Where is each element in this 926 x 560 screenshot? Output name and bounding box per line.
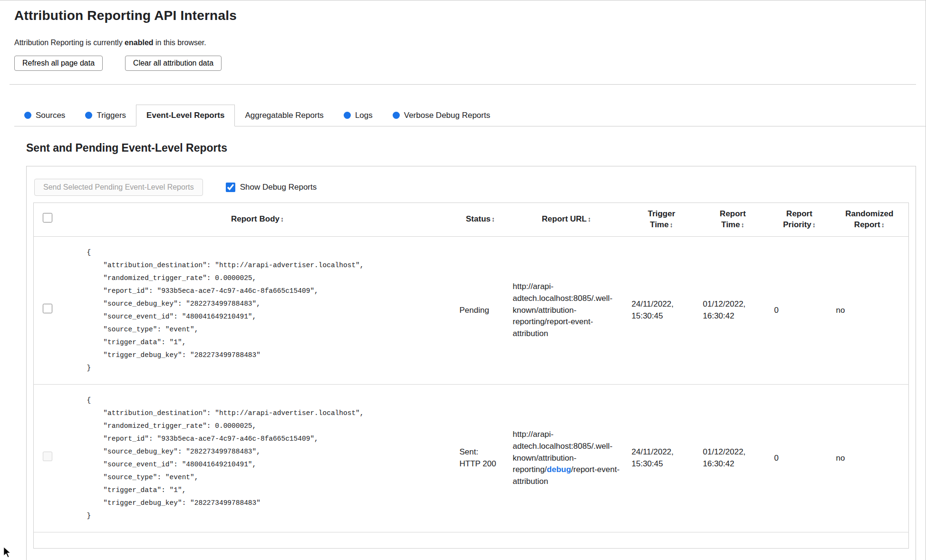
report-body-json: { "attribution_destination": "http://ara…	[67, 394, 448, 522]
event-level-reports-table: Report Body↕ Status↕ Report URL↕ Trigger…	[33, 203, 909, 549]
table-row-pending-report: { "attribution_destination": "http://ara…	[34, 236, 909, 384]
tab-bar: Sources Triggers Event-Level Reports Agg…	[14, 105, 926, 126]
col-header-report-body[interactable]: Report Body↕	[61, 203, 454, 237]
table-footer-row	[34, 532, 909, 548]
report-url: http://arapi-adtech.localhost:8085/.well…	[507, 236, 626, 384]
report-url-prefix: http://arapi-adtech.localhost:8085/.well…	[513, 282, 613, 338]
report-status: Sent: HTTP 200	[454, 384, 507, 532]
col-header-report-url[interactable]: Report URL↕	[507, 203, 626, 237]
sort-icon: ↕	[812, 221, 816, 229]
divider	[10, 84, 916, 85]
sort-icon: ↕	[741, 221, 744, 229]
select-all-checkbox[interactable]	[43, 213, 52, 222]
col-header-status[interactable]: Status↕	[454, 203, 507, 237]
tab-label: Event-Level Reports	[146, 111, 224, 120]
col-header-report-priority[interactable]: Report Priority↕	[769, 203, 830, 237]
tab-label: Sources	[36, 111, 65, 120]
status-line: Attribution Reporting is currently enabl…	[14, 39, 911, 47]
report-body-json: { "attribution_destination": "http://ara…	[67, 246, 448, 375]
status-enabled-text: enabled	[125, 39, 153, 47]
tab-aggregatable-reports[interactable]: Aggregatable Reports	[235, 105, 333, 126]
sort-icon: ↕	[670, 221, 673, 229]
sort-icon: ↕	[588, 215, 591, 223]
header-label: Status	[466, 214, 491, 223]
header-label: Report URL	[542, 214, 587, 223]
trigger-time: 24/11/2022, 15:30:45	[626, 236, 697, 384]
tab-event-level-reports[interactable]: Event-Level Reports	[136, 105, 235, 126]
header-label: Report Body	[231, 214, 280, 223]
sources-activity-dot-icon	[24, 112, 31, 119]
header-label: Randomized Report	[845, 209, 893, 229]
tab-label: Logs	[355, 111, 373, 120]
mouse-cursor-icon	[3, 546, 11, 559]
row-checkbox-cell	[34, 384, 61, 532]
table-row-sent-report: { "attribution_destination": "http://ara…	[34, 384, 909, 532]
sort-icon: ↕	[492, 215, 495, 223]
sort-icon: ↕	[280, 215, 284, 223]
header-label: Report Priority	[783, 209, 812, 229]
verbose-debug-activity-dot-icon	[393, 112, 400, 119]
tab-label: Triggers	[96, 111, 126, 120]
logs-activity-dot-icon	[344, 112, 351, 119]
col-header-trigger-time[interactable]: Trigger Time↕	[626, 203, 697, 237]
report-body-cell: { "attribution_destination": "http://ara…	[61, 384, 454, 532]
show-debug-toggle[interactable]: Show Debug Reports	[226, 183, 317, 192]
randomized-report: no	[830, 384, 909, 532]
status-prefix: Attribution Reporting is currently	[14, 39, 125, 47]
tab-triggers[interactable]: Triggers	[75, 105, 136, 126]
page-title: Attribution Reporting API Internals	[14, 8, 911, 23]
report-body-cell: { "attribution_destination": "http://ara…	[61, 236, 454, 384]
report-status: Pending	[454, 236, 507, 384]
event-level-reports-section: Sent and Pending Event-Level Reports Sen…	[26, 142, 916, 560]
tab-sources[interactable]: Sources	[14, 105, 75, 126]
refresh-all-button[interactable]: Refresh all page data	[14, 56, 103, 71]
report-time: 01/12/2022, 16:30:42	[697, 236, 769, 384]
tab-label: Aggregatable Reports	[245, 111, 323, 120]
top-buttons-row: Refresh all page data Clear all attribut…	[14, 56, 911, 71]
report-priority: 0	[769, 384, 830, 532]
tab-label: Verbose Debug Reports	[404, 111, 490, 120]
randomized-report: no	[830, 236, 909, 384]
show-debug-checkbox[interactable]	[226, 183, 235, 192]
row-select-checkbox[interactable]	[43, 304, 52, 313]
reports-panel: Send Selected Pending Event-Level Report…	[26, 166, 916, 560]
select-all-header-cell	[34, 203, 61, 237]
debug-url-highlight: debug	[547, 465, 571, 474]
report-priority: 0	[769, 236, 830, 384]
triggers-activity-dot-icon	[85, 112, 92, 119]
sort-icon: ↕	[881, 221, 885, 229]
col-header-randomized-report[interactable]: Randomized Report↕	[830, 203, 909, 237]
table-footer	[34, 532, 909, 548]
show-debug-label: Show Debug Reports	[240, 183, 317, 192]
send-selected-button[interactable]: Send Selected Pending Event-Level Report…	[34, 179, 203, 196]
trigger-time: 24/11/2022, 15:30:45	[626, 384, 697, 532]
table-controls-row: Send Selected Pending Event-Level Report…	[34, 179, 909, 196]
col-header-report-time[interactable]: Report Time↕	[697, 203, 769, 237]
report-time: 01/12/2022, 16:30:42	[697, 384, 769, 532]
tab-logs[interactable]: Logs	[334, 105, 383, 126]
clear-all-button[interactable]: Clear all attribution data	[125, 56, 222, 71]
row-select-checkbox[interactable]	[43, 452, 52, 461]
report-url: http://arapi-adtech.localhost:8085/.well…	[507, 384, 626, 532]
status-suffix: in this browser.	[154, 39, 206, 47]
section-heading: Sent and Pending Event-Level Reports	[26, 142, 916, 154]
page-intro: Attribution Reporting API Internals Attr…	[0, 0, 926, 71]
row-checkbox-cell	[34, 236, 61, 384]
tab-verbose-debug-reports[interactable]: Verbose Debug Reports	[383, 105, 500, 126]
table-header-row: Report Body↕ Status↕ Report URL↕ Trigger…	[34, 203, 909, 237]
attribution-internals-page: Attribution Reporting API Internals Attr…	[0, 0, 926, 560]
